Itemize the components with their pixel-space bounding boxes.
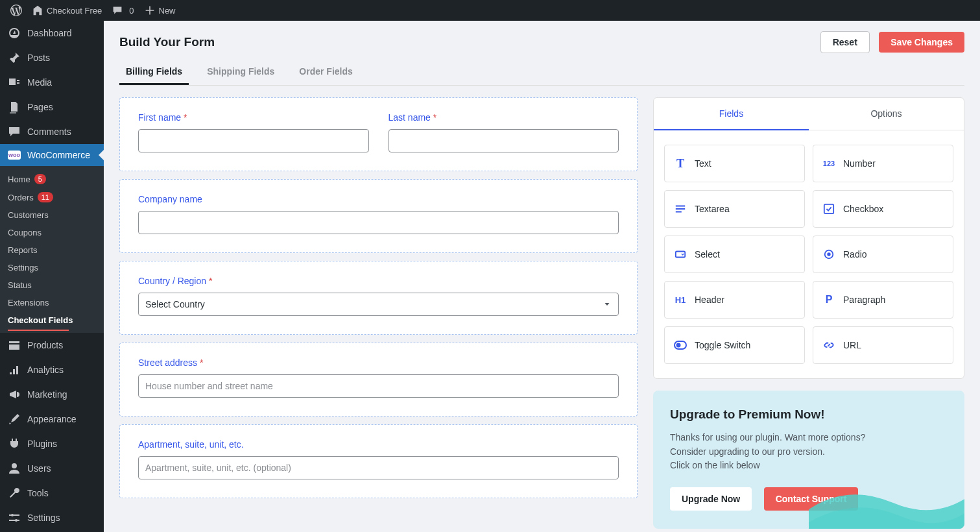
sidebar-item-analytics[interactable]: Analytics xyxy=(0,357,104,382)
sidebar-item-tools[interactable]: Tools xyxy=(0,481,104,505)
sub-orders[interactable]: Orders 11 xyxy=(0,188,104,206)
wrench-icon xyxy=(8,487,21,500)
toggle-icon xyxy=(674,339,687,352)
sub-home[interactable]: Home 5 xyxy=(0,170,104,188)
right-tab-options[interactable]: Options xyxy=(809,98,964,130)
sub-reports[interactable]: Reports xyxy=(0,241,104,259)
megaphone-icon xyxy=(8,388,21,401)
field-card-street[interactable]: Street address * xyxy=(119,343,638,417)
svg-point-7 xyxy=(676,343,681,348)
svg-point-5 xyxy=(827,252,830,256)
street-input[interactable] xyxy=(138,374,619,398)
right-tab-fields[interactable]: Fields xyxy=(654,98,809,130)
field-card-apt[interactable]: Apartment, suite, unit, etc. xyxy=(119,424,638,498)
upgrade-title: Upgrade to Premium Now! xyxy=(670,407,948,422)
sidebar-label: Media xyxy=(27,77,52,88)
content: Build Your Form Reset Save Changes Billi… xyxy=(104,21,980,532)
field-type-radio[interactable]: Radio xyxy=(813,236,953,273)
new-label: New xyxy=(159,6,176,16)
products-icon xyxy=(8,339,21,352)
sidebar-item-settings[interactable]: Settings xyxy=(0,505,104,530)
tab-shipping[interactable]: Shipping Fields xyxy=(200,62,281,85)
svg-point-1 xyxy=(15,519,18,522)
tab-order[interactable]: Order Fields xyxy=(293,62,359,85)
pin-icon xyxy=(8,51,21,64)
link-icon xyxy=(822,339,835,352)
field-type-select[interactable]: Select xyxy=(664,236,805,273)
field-card-country[interactable]: Country / Region * Select Country xyxy=(119,261,638,335)
company-input[interactable] xyxy=(138,211,619,234)
sidebar-label: Settings xyxy=(27,513,60,523)
media-icon xyxy=(8,76,21,89)
sidebar-item-plugins[interactable]: Plugins xyxy=(0,431,104,456)
wp-logo[interactable] xyxy=(5,0,27,21)
sub-extensions[interactable]: Extensions xyxy=(0,294,104,311)
sidebar-label: Users xyxy=(27,463,51,474)
sidebar-label: Dashboard xyxy=(27,28,72,38)
svg-point-0 xyxy=(11,514,14,516)
new-link[interactable]: New xyxy=(139,0,181,21)
sidebar-label: WooCommerce xyxy=(27,150,90,160)
woo-icon: woo xyxy=(8,151,21,160)
svg-rect-2 xyxy=(824,204,833,213)
field-type-checkbox[interactable]: Checkbox xyxy=(813,190,953,228)
sub-coupons[interactable]: Coupons xyxy=(0,224,104,241)
comments-link[interactable]: 0 xyxy=(107,0,139,21)
sub-customers[interactable]: Customers xyxy=(0,206,104,224)
main-tabs: Billing Fields Shipping Fields Order Fie… xyxy=(119,62,964,86)
sub-status[interactable]: Status xyxy=(0,276,104,294)
sidebar-item-users[interactable]: Users xyxy=(0,456,104,481)
chevron-down-icon xyxy=(603,300,612,309)
header-icon: H1 xyxy=(674,293,687,306)
sub-settings[interactable]: Settings xyxy=(0,259,104,276)
analytics-icon xyxy=(8,363,21,376)
checkbox-icon xyxy=(822,202,835,215)
sidebar-item-woocommerce[interactable]: woo WooCommerce xyxy=(0,144,104,166)
text-icon: T xyxy=(674,157,687,170)
sidebar-item-products[interactable]: Products xyxy=(0,333,104,357)
apt-label: Apartment, suite, unit, etc. xyxy=(138,439,619,450)
field-type-text[interactable]: TText xyxy=(664,145,805,182)
apt-input[interactable] xyxy=(138,456,619,479)
first-name-input[interactable] xyxy=(138,129,369,152)
woo-submenu: Home 5 Orders 11 Customers Coupons Repor… xyxy=(0,166,104,333)
sidebar-label: Appearance xyxy=(27,414,77,424)
sidebar-label: Comments xyxy=(27,127,71,137)
site-link[interactable]: Checkout Free xyxy=(27,0,107,21)
field-types-panel: Fields Options TText 123Number Textarea … xyxy=(653,97,964,379)
field-type-toggle[interactable]: Toggle Switch xyxy=(664,326,805,364)
field-type-textarea[interactable]: Textarea xyxy=(664,190,805,228)
dashboard-icon xyxy=(8,27,21,40)
country-select[interactable]: Select Country xyxy=(138,293,619,316)
sidebar-label: Posts xyxy=(27,53,50,63)
sidebar-item-posts[interactable]: Posts xyxy=(0,45,104,70)
sidebar-item-marketing[interactable]: Marketing xyxy=(0,382,104,407)
field-card-company[interactable]: Company name xyxy=(119,179,638,253)
field-type-url[interactable]: URL xyxy=(813,326,953,364)
sidebar-item-pages[interactable]: Pages xyxy=(0,95,104,119)
sidebar-item-appearance[interactable]: Appearance xyxy=(0,407,104,431)
last-name-input[interactable] xyxy=(388,129,619,152)
reset-button[interactable]: Reset xyxy=(820,31,870,53)
sliders-icon xyxy=(8,511,21,524)
field-type-paragraph[interactable]: PParagraph xyxy=(813,281,953,319)
sidebar-label: Tools xyxy=(27,488,49,498)
admin-bar: Checkout Free 0 New xyxy=(0,0,980,21)
upgrade-now-button[interactable]: Upgrade Now xyxy=(670,487,752,511)
pages-icon xyxy=(8,101,21,114)
sidebar-item-media[interactable]: Media xyxy=(0,70,104,95)
sidebar-label: Marketing xyxy=(27,389,67,400)
sidebar-label: Plugins xyxy=(27,439,57,449)
sub-checkout-fields[interactable]: Checkout Fields xyxy=(0,311,104,329)
sidebar-item-comments[interactable]: Comments xyxy=(0,119,104,144)
field-type-header[interactable]: H1Header xyxy=(664,281,805,319)
save-button[interactable]: Save Changes xyxy=(879,32,964,53)
sidebar-item-dashboard[interactable]: Dashboard xyxy=(0,21,104,45)
form-builder-canvas: First name * Last name * Company name xyxy=(119,97,638,529)
sidebar-label: Pages xyxy=(27,102,53,112)
last-name-label: Last name * xyxy=(388,112,619,123)
tab-billing[interactable]: Billing Fields xyxy=(119,62,189,85)
field-type-number[interactable]: 123Number xyxy=(813,145,953,182)
field-card-name[interactable]: First name * Last name * xyxy=(119,97,638,171)
company-label: Company name xyxy=(138,194,619,204)
